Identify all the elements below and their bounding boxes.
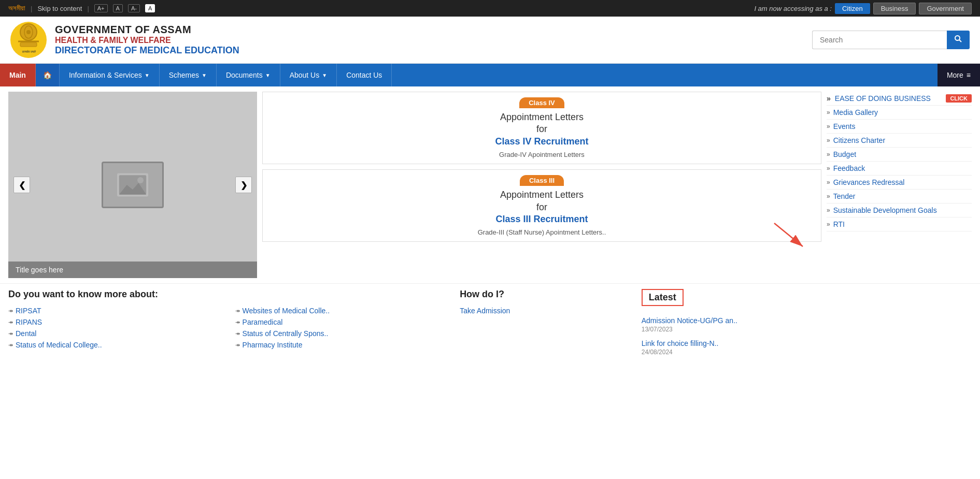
recruitment-card-1[interactable]: Class III Appointment Lettersfor Class I… bbox=[262, 169, 821, 242]
ql-grievances[interactable]: » Grievances Redressal bbox=[827, 176, 972, 190]
font-a-btn[interactable]: A bbox=[113, 4, 123, 12]
know-label-7: Pharmacy Institute bbox=[243, 341, 303, 349]
know-label-0: RIPSAT bbox=[16, 307, 41, 315]
ql-tender[interactable]: » Tender bbox=[827, 190, 972, 204]
know-arrow-4: ↠ bbox=[235, 308, 240, 314]
home-icon: 🏠 bbox=[43, 71, 52, 79]
ql-label-7: Sustainable Development Goals bbox=[833, 206, 937, 214]
know-label-6: Status of Centrally Spons.. bbox=[243, 329, 329, 338]
know-item-0[interactable]: ↠ RIPSAT bbox=[8, 305, 225, 316]
latest-title: Latest bbox=[642, 289, 684, 306]
government-btn[interactable]: Government bbox=[919, 3, 972, 14]
ease-link[interactable]: EASE OF DOING BUSINESS bbox=[835, 94, 942, 103]
know-item-5[interactable]: ↠ Paramedical bbox=[235, 316, 452, 328]
ql-label-0: Media Gallery bbox=[833, 108, 878, 117]
ql-sdg[interactable]: » Sustainable Development Goals bbox=[827, 204, 972, 217]
svg-line-7 bbox=[959, 40, 961, 42]
know-arrow-7: ↠ bbox=[235, 342, 240, 349]
ease-row: » EASE OF DOING BUSINESS CLICK bbox=[827, 92, 972, 106]
lang-link[interactable]: অসমীয়া bbox=[8, 4, 25, 12]
font-a-active-btn[interactable]: A bbox=[145, 4, 155, 12]
class-badge-1: Class III bbox=[520, 175, 564, 186]
slideshow: ❮ ❯ Title goes here bbox=[8, 92, 257, 278]
latest-link-1[interactable]: Link for choice filling-N.. bbox=[642, 339, 972, 347]
know-item-6[interactable]: ↠ Status of Centrally Spons.. bbox=[235, 328, 452, 339]
ql-citizens-charter[interactable]: » Citizens Charter bbox=[827, 134, 972, 148]
sep1: | bbox=[31, 5, 32, 12]
know-label-4: Websites of Medical Colle.. bbox=[243, 307, 330, 315]
top-bar-left: অসমীয়া | Skip to content | A+ A A- A bbox=[8, 4, 155, 12]
prev-icon: ❮ bbox=[19, 180, 25, 190]
image-icon bbox=[117, 172, 148, 198]
svg-text:सत्यमेव जयते: सत्यमेव जयते bbox=[22, 50, 37, 53]
know-label-5: Paramedical bbox=[243, 318, 283, 326]
nav-schemes[interactable]: Schemes ▼ bbox=[160, 64, 217, 86]
sub-title: DIRECTORATE OF MEDICAL EDUCATION bbox=[55, 45, 239, 56]
emblem-svg: सत्यमेव जयते bbox=[13, 22, 44, 58]
know-more-col: Do you want to know more about: ↠ RIPSAT… bbox=[8, 289, 451, 362]
know-item-7[interactable]: ↠ Pharmacy Institute bbox=[235, 339, 452, 351]
know-arrow-0: ↠ bbox=[8, 308, 13, 314]
know-more-grid: ↠ RIPSAT ↠ RIPANS ↠ Dental ↠ Status of M… bbox=[8, 305, 451, 351]
how-do-item-0[interactable]: Take Admission bbox=[460, 305, 633, 316]
nav-more[interactable]: More ≡ bbox=[938, 64, 980, 86]
emblem-logo: सत्यमेव जयते bbox=[10, 22, 47, 58]
nav-main[interactable]: Main bbox=[0, 64, 36, 86]
nav-documents[interactable]: Documents ▼ bbox=[217, 64, 280, 86]
ql-rti[interactable]: » RTI bbox=[827, 217, 972, 231]
search-input[interactable] bbox=[812, 31, 947, 49]
how-do-title: How do I? bbox=[460, 289, 633, 300]
top-bar-right: I am now accessing as a : Citizen Busine… bbox=[754, 3, 972, 14]
latest-date-1: 24/08/2024 bbox=[642, 349, 972, 356]
info-chevron-icon: ▼ bbox=[145, 72, 150, 78]
recruit-title-1: Appointment Lettersfor Class III Recruit… bbox=[268, 189, 816, 225]
business-btn[interactable]: Business bbox=[873, 3, 916, 14]
know-arrow-3: ↠ bbox=[8, 342, 13, 349]
slide-next-btn[interactable]: ❯ bbox=[235, 177, 252, 193]
ql-media-gallery[interactable]: » Media Gallery bbox=[827, 106, 972, 120]
ql-arrow-0: » bbox=[827, 109, 830, 116]
ql-budget[interactable]: » Budget bbox=[827, 148, 972, 162]
nav-about[interactable]: About Us ▼ bbox=[280, 64, 337, 86]
about-chevron-icon: ▼ bbox=[322, 72, 327, 78]
recruit-sub-0: Grade-IV Apointment Letters bbox=[268, 151, 816, 158]
ql-arrow-6: » bbox=[827, 193, 830, 200]
nav-contact[interactable]: Contact Us bbox=[337, 64, 392, 86]
schemes-chevron-icon: ▼ bbox=[202, 72, 207, 78]
skip-link[interactable]: Skip to content bbox=[37, 5, 82, 12]
ql-arrow-4: » bbox=[827, 165, 830, 172]
ql-arrow-1: » bbox=[827, 123, 830, 130]
gov-title: GOVERNMENT OF ASSAM bbox=[55, 24, 239, 36]
dept-title: HEALTH & FAMILY WELFARE bbox=[55, 36, 239, 45]
font-aminus-btn[interactable]: A- bbox=[128, 4, 140, 12]
sep2: | bbox=[87, 5, 89, 12]
latest-date-0: 13/07/2023 bbox=[642, 326, 972, 333]
click-badge[interactable]: CLICK bbox=[946, 94, 972, 103]
recruitment-card-0[interactable]: Class IV Appointment Lettersfor Class IV… bbox=[262, 92, 821, 164]
know-item-2[interactable]: ↠ Dental bbox=[8, 328, 225, 339]
ql-events[interactable]: » Events bbox=[827, 120, 972, 134]
ql-label-4: Feedback bbox=[833, 164, 865, 172]
svg-point-11 bbox=[137, 177, 144, 183]
know-item-4[interactable]: ↠ Websites of Medical Colle.. bbox=[235, 305, 452, 316]
nav-main-label: Main bbox=[9, 71, 26, 79]
ql-arrow-2: » bbox=[827, 137, 830, 144]
nav-schemes-label: Schemes bbox=[169, 71, 199, 79]
know-label-1: RIPANS bbox=[16, 318, 42, 326]
know-label-3: Status of Medical College.. bbox=[16, 341, 102, 349]
know-item-1[interactable]: ↠ RIPANS bbox=[8, 316, 225, 328]
font-aplus-btn[interactable]: A+ bbox=[94, 4, 108, 12]
know-more-title: Do you want to know more about: bbox=[8, 289, 451, 300]
svg-rect-4 bbox=[20, 42, 37, 47]
ql-arrow-3: » bbox=[827, 151, 830, 158]
ql-feedback[interactable]: » Feedback bbox=[827, 162, 972, 176]
slide-prev-btn[interactable]: ❮ bbox=[13, 177, 30, 193]
nav-info-services[interactable]: Information & Services ▼ bbox=[60, 64, 160, 86]
recruitment-col: Class IV Appointment Lettersfor Class IV… bbox=[257, 92, 827, 278]
svg-point-6 bbox=[955, 36, 960, 40]
citizen-btn[interactable]: Citizen bbox=[835, 3, 870, 14]
nav-home[interactable]: 🏠 bbox=[36, 64, 60, 86]
know-item-3[interactable]: ↠ Status of Medical College.. bbox=[8, 339, 225, 351]
latest-link-0[interactable]: Admission Notice-UG/PG an.. bbox=[642, 316, 972, 325]
search-btn[interactable] bbox=[947, 31, 970, 49]
